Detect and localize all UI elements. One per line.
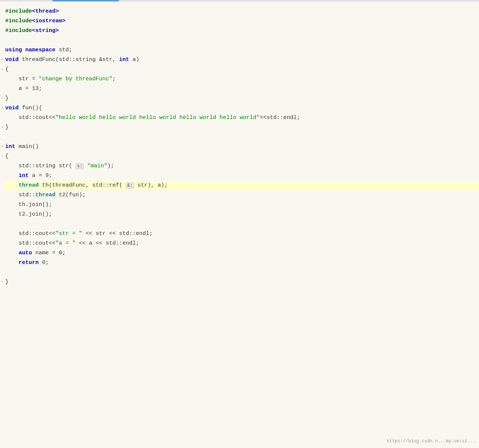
code-text: std::cout<<"hello world hello world hell… [5,113,300,122]
code-line: #include<string> [4,26,479,36]
code-text: str = "change by threadFunc"; [5,75,116,84]
code-line: t2.join(); [4,210,479,219]
code-text: thread th(threadFunc, std::ref( &: str),… [5,181,168,190]
empty-line [4,219,479,229]
empty-line [4,132,479,142]
param-hint: s: [76,163,84,169]
empty-line [4,36,479,45]
code-line: int a = 9; [4,171,479,181]
code-text: int main() [5,142,39,151]
code-line: ▾ void threadFunc(std::string &str, int … [4,55,479,65]
code-line: ▾ } [4,277,479,287]
code-line: str = "change by threadFunc"; [4,74,479,84]
fold-marker[interactable]: ▾ [1,144,4,149]
code-line: ▾ } [4,123,479,132]
fold-marker[interactable]: ▾ [1,67,4,72]
code-text: using namespace std; [5,46,72,55]
code-text: t2.join(); [5,210,52,219]
code-text: } [5,123,9,132]
code-line: std::string str( s: "main"); [4,161,479,171]
code-text: } [5,278,9,287]
code-line: th.join(); [4,200,479,210]
code-line: return 0; [4,258,479,268]
code-line: ▾ int main() [4,142,479,152]
code-line: std::cout<<"hello world hello world hell… [4,113,479,123]
code-text: std::cout<<"a = " << a << std::endl; [5,239,139,248]
empty-line [4,268,479,277]
code-text: #include<thread> [5,7,59,16]
fold-marker[interactable]: ▾ [1,106,4,111]
code-line: std::thread t2(fun); [4,190,479,200]
code-text: th.join(); [5,200,52,209]
param-hint: &: [126,183,134,188]
code-text: #include<string> [5,26,59,35]
code-text: { [5,152,9,161]
code-text: auto name = 0; [5,249,66,258]
code-text: #include<iostream> [5,17,66,26]
code-line: ▾ { [4,65,479,74]
code-text: std::string str( s: "main"); [5,162,114,171]
code-text: int a = 9; [5,171,52,180]
fold-marker[interactable]: ▾ [1,280,4,285]
fold-marker[interactable]: ▾ [1,154,4,159]
fold-marker[interactable]: ▾ [1,57,4,62]
code-line: auto name = 0; [4,248,479,258]
code-line: #include<thread> [4,7,479,16]
scrollbar-top[interactable] [0,0,479,1]
code-line: a = 13; [4,84,479,94]
code-text: return 0; [5,258,49,267]
url-watermark: https://blog.csdn.n...my-versi... [387,438,475,445]
editor-container: #include<thread> #include<iostream> #inc… [0,0,479,448]
code-line: ▾ { [4,152,479,161]
code-text: { [5,65,9,74]
code-text: void fun(){ [5,104,42,113]
fold-marker[interactable]: ▾ [1,96,4,101]
code-text: std::cout<<"str = " << str << std::endl; [5,229,153,238]
fold-marker[interactable]: ▾ [1,125,4,130]
code-line: #include<iostream> [4,16,479,26]
scrollbar-thumb[interactable] [52,0,119,1]
code-line: using namespace std; [4,45,479,55]
code-area: #include<thread> #include<iostream> #inc… [0,4,479,290]
code-line: ▾ void fun(){ [4,103,479,113]
code-text: void threadFunc(std::string &str, int a) [5,55,139,64]
code-line-highlighted: thread th(threadFunc, std::ref( &: str),… [4,181,479,190]
code-text: a = 13; [5,84,42,93]
code-line: std::cout<<"str = " << str << std::endl; [4,229,479,239]
code-line: std::cout<<"a = " << a << std::endl; [4,239,479,248]
code-line: ▾ } [4,94,479,103]
code-text: std::thread t2(fun); [5,191,86,200]
code-text: } [5,94,9,103]
